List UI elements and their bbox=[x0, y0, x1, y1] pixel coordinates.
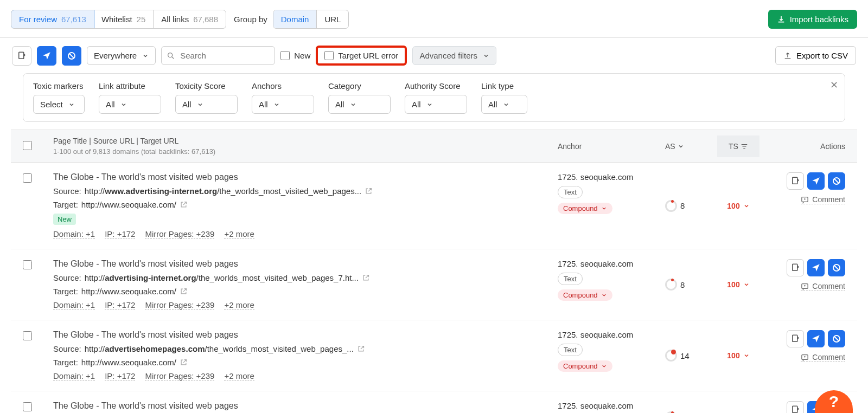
meta-item[interactable]: Mirror Pages: +239 bbox=[145, 300, 214, 310]
column-header-ts[interactable]: TS bbox=[717, 135, 760, 157]
row-checkbox[interactable] bbox=[23, 402, 32, 411]
meta-item[interactable]: Domain: +1 bbox=[53, 371, 95, 381]
row-meta: Domain: +1IP: +172Mirror Pages: +239+2 m… bbox=[53, 371, 548, 381]
meta-item[interactable]: +2 more bbox=[224, 229, 254, 239]
as-ring-icon bbox=[665, 279, 677, 291]
new-checkbox[interactable]: New bbox=[280, 51, 310, 60]
external-link-icon[interactable] bbox=[180, 358, 188, 366]
import-backlinks-button[interactable]: Import backlinks bbox=[768, 10, 857, 29]
target-line: Target: http://www.seoquake.com/ bbox=[53, 358, 548, 367]
row-send-button[interactable] bbox=[807, 259, 825, 276]
paper-plane-icon bbox=[811, 334, 821, 344]
row-as: 8 bbox=[665, 259, 707, 310]
filter-dropdown[interactable]: All bbox=[99, 95, 161, 114]
group-by-url[interactable]: URL bbox=[317, 10, 348, 28]
anchor-tag-compound[interactable]: Compound bbox=[558, 203, 612, 214]
anchor-text: 1725. seoquake.com bbox=[558, 330, 655, 339]
comment-link[interactable]: Comment bbox=[801, 195, 845, 204]
filter-dropdown[interactable]: Select bbox=[33, 95, 85, 114]
target-url-error-checkbox[interactable]: Target URL error bbox=[316, 46, 407, 66]
external-link-icon[interactable] bbox=[362, 274, 370, 282]
filter-label: Category bbox=[328, 81, 391, 91]
checkbox-input[interactable] bbox=[324, 51, 334, 60]
column-header-as[interactable]: AS bbox=[665, 142, 707, 151]
row-move-button[interactable] bbox=[787, 172, 804, 190]
row-ts[interactable]: 100 bbox=[717, 172, 760, 239]
ban-icon bbox=[67, 51, 76, 61]
advanced-filters-button[interactable]: Advanced filters bbox=[412, 46, 496, 65]
filter-dropdown[interactable]: All bbox=[481, 95, 527, 114]
row-block-button[interactable] bbox=[828, 172, 845, 190]
meta-item[interactable]: Mirror Pages: +239 bbox=[145, 229, 214, 239]
meta-item[interactable]: IP: +172 bbox=[105, 300, 135, 310]
tab-whitelist[interactable]: Whitelist 25 bbox=[94, 10, 154, 28]
row-send-button[interactable] bbox=[807, 172, 825, 190]
select-all-checkbox[interactable] bbox=[23, 141, 32, 150]
table-row: The Globe - The world's most visited web… bbox=[11, 320, 857, 391]
document-icon bbox=[17, 51, 27, 61]
comment-link[interactable]: Comment bbox=[801, 282, 845, 291]
tab-all-links[interactable]: All links 67,688 bbox=[154, 10, 226, 28]
meta-item[interactable]: Domain: +1 bbox=[53, 300, 95, 310]
tab-label: For review bbox=[19, 15, 57, 24]
filter-link-attribute: Link attribute All bbox=[99, 81, 161, 114]
group-by-domain[interactable]: Domain bbox=[273, 10, 317, 28]
send-button[interactable] bbox=[37, 46, 56, 66]
anchor-tag-compound[interactable]: Compound bbox=[558, 360, 612, 372]
export-csv-button[interactable]: Export to CSV bbox=[775, 46, 856, 65]
block-button[interactable] bbox=[62, 46, 81, 66]
external-link-icon[interactable] bbox=[365, 187, 373, 195]
row-send-button[interactable] bbox=[807, 330, 825, 347]
paper-plane-icon bbox=[811, 263, 821, 273]
row-move-button[interactable] bbox=[787, 330, 804, 347]
meta-item[interactable]: IP: +172 bbox=[105, 371, 135, 381]
row-move-button[interactable] bbox=[787, 259, 804, 276]
meta-item[interactable]: +2 more bbox=[224, 300, 254, 310]
source-line: Source: http://advertisehomepages.com/th… bbox=[53, 344, 548, 353]
row-ts[interactable]: 100 bbox=[717, 259, 760, 310]
row-block-button[interactable] bbox=[828, 259, 845, 276]
anchor-tag-compound[interactable]: Compound bbox=[558, 289, 612, 301]
filter-dropdown[interactable]: All bbox=[252, 95, 314, 114]
row-checkbox[interactable] bbox=[23, 331, 32, 340]
search-input[interactable] bbox=[161, 46, 275, 65]
filter-dropdown[interactable]: All bbox=[175, 95, 238, 114]
meta-item[interactable]: +2 more bbox=[224, 371, 254, 381]
move-to-list-button[interactable] bbox=[12, 46, 31, 66]
meta-item[interactable]: Domain: +1 bbox=[53, 229, 95, 239]
filter-label: Anchors bbox=[252, 81, 314, 91]
row-move-button[interactable] bbox=[787, 401, 804, 413]
comment-icon bbox=[801, 196, 809, 204]
row-ts[interactable]: 100 bbox=[717, 401, 760, 413]
external-link-icon[interactable] bbox=[357, 345, 365, 353]
ts-value: 100 bbox=[727, 351, 739, 360]
anchor-tag-text: Text bbox=[558, 273, 583, 285]
external-link-icon[interactable] bbox=[180, 287, 188, 295]
filter-dropdown[interactable]: All bbox=[405, 95, 467, 114]
meta-item[interactable]: IP: +172 bbox=[105, 229, 135, 239]
row-block-button[interactable] bbox=[828, 330, 845, 347]
filter-label: Toxicity Score bbox=[175, 81, 238, 91]
row-checkbox[interactable] bbox=[23, 173, 32, 183]
filter-dropdown[interactable]: All bbox=[328, 95, 391, 114]
row-meta: Domain: +1IP: +172Mirror Pages: +239+2 m… bbox=[53, 300, 548, 310]
anchor-tag-text: Text bbox=[558, 344, 583, 356]
download-icon bbox=[777, 15, 786, 24]
column-header-anchor: Anchor bbox=[558, 142, 655, 151]
filter-label: Link type bbox=[481, 81, 527, 91]
checkbox-input[interactable] bbox=[280, 51, 290, 60]
filter-category: Category All bbox=[328, 81, 391, 114]
tab-for-review[interactable]: For review 67,613 bbox=[11, 10, 94, 29]
document-icon bbox=[790, 176, 800, 186]
svg-point-2 bbox=[168, 53, 173, 57]
meta-item[interactable]: Mirror Pages: +239 bbox=[145, 371, 214, 381]
close-filter-panel-button[interactable]: ✕ bbox=[830, 79, 838, 91]
row-checkbox[interactable] bbox=[23, 260, 32, 269]
row-as: 0 bbox=[665, 401, 707, 413]
filter-label: Toxic markers bbox=[33, 81, 85, 91]
external-link-icon[interactable] bbox=[180, 201, 188, 209]
chevron-down-icon bbox=[68, 101, 75, 108]
row-ts[interactable]: 100 bbox=[717, 330, 760, 381]
comment-link[interactable]: Comment bbox=[801, 353, 845, 362]
scope-dropdown[interactable]: Everywhere bbox=[87, 46, 156, 65]
